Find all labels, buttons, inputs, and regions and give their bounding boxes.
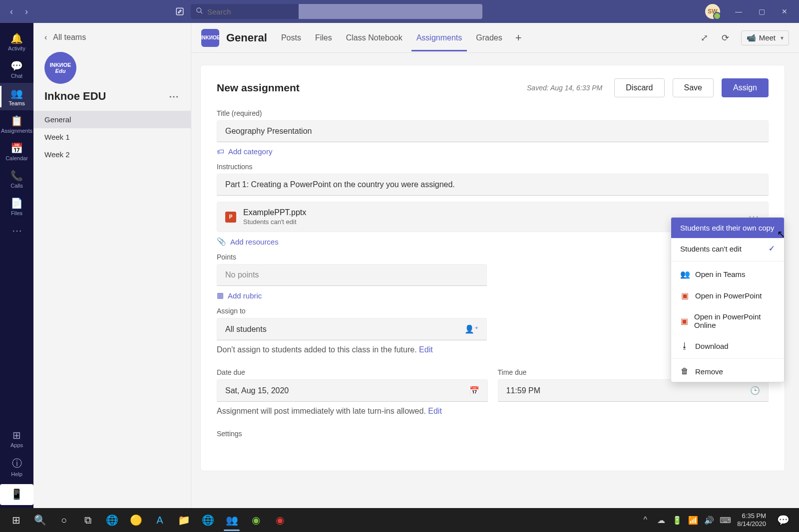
menu-separator [671, 358, 784, 359]
all-teams-back[interactable]: ‹ All teams [33, 23, 191, 45]
meet-button[interactable]: 📹 Meet ▾ [741, 30, 789, 45]
menu-open-in-powerpoint[interactable]: ▣Open in PowerPoint [671, 285, 784, 306]
tab-files[interactable]: Files [310, 24, 337, 51]
download-icon: ⭳ [680, 341, 689, 350]
tray-ime-icon[interactable]: ⌨ [718, 508, 732, 532]
save-button[interactable]: Save [673, 78, 714, 97]
instructions-input[interactable]: Part 1: Creating a PowerPoint on the cou… [217, 174, 769, 196]
tab-posts[interactable]: Posts [276, 24, 306, 51]
taskbar-recorder[interactable]: ◉ [268, 508, 292, 532]
assign-button[interactable]: Assign [722, 78, 769, 97]
rail-label: Apps [10, 442, 23, 448]
rail-assignments[interactable]: 📋Assignments [0, 110, 33, 138]
team-logo[interactable]: INKИOE Edu [44, 52, 76, 84]
channel-week2[interactable]: Week 2 [33, 146, 191, 163]
discard-button[interactable]: Discard [614, 78, 664, 97]
bell-icon: 🔔 [0, 32, 33, 44]
tab-assignments[interactable]: Assignments [411, 24, 467, 51]
tab-class-notebook[interactable]: Class Notebook [341, 24, 407, 51]
cortana-button[interactable]: ○ [52, 508, 76, 532]
menu-separator [671, 261, 784, 262]
minimize-button[interactable]: — [727, 0, 750, 23]
powerpoint-icon: ▣ [680, 291, 689, 300]
tab-grades[interactable]: Grades [471, 24, 507, 51]
taskbar-edge2[interactable]: 🌐 [196, 508, 220, 532]
post-helper: Assignment will post immediately with la… [217, 407, 769, 416]
trash-icon: 🗑 [680, 367, 689, 376]
taskbar-teams[interactable]: 👥 [220, 508, 244, 532]
edit-link[interactable]: Edit [419, 345, 433, 354]
grid-icon: ▦ [217, 291, 224, 300]
menu-remove[interactable]: 🗑Remove [671, 361, 784, 382]
maximize-button[interactable]: ▢ [750, 0, 773, 23]
rail-help[interactable]: ⓘHelp [0, 452, 33, 481]
add-tab-button[interactable]: + [511, 31, 526, 44]
assign-to-select[interactable]: All students 👤⁺ [217, 318, 487, 340]
tray-volume-icon[interactable]: 🔊 [702, 508, 716, 532]
powerpoint-online-icon: ▣ [680, 316, 688, 326]
rail-more[interactable]: ⋯ [0, 220, 33, 242]
clock-icon[interactable]: 🕒 [750, 386, 760, 395]
taskbar-chrome[interactable]: 🟡 [124, 508, 148, 532]
rail-files[interactable]: 📄Files [0, 193, 33, 220]
expand-icon[interactable]: ⤢ [696, 29, 713, 46]
taskbar-edge[interactable]: 🌐 [100, 508, 124, 532]
menu-open-in-teams[interactable]: 👥Open in Teams [671, 264, 784, 285]
tray-chevron-up-icon[interactable]: ^ [638, 508, 652, 532]
rail-label: Chat [11, 73, 22, 79]
menu-students-edit-copy[interactable]: Students edit their own copy [671, 218, 784, 238]
team-more-button[interactable]: ⋯ [169, 90, 180, 102]
channel-list: General Week 1 Week 2 [33, 111, 191, 163]
channel-general[interactable]: General [33, 111, 191, 128]
team-name: Inknoe EDU [44, 90, 106, 103]
edit-link[interactable]: Edit [428, 407, 442, 415]
checkmark-icon: ✓ [769, 244, 775, 253]
taskbar-explorer[interactable]: 📁 [172, 508, 196, 532]
time-due-input[interactable]: 11:59 PM 🕒 [498, 379, 769, 402]
menu-open-in-powerpoint-online[interactable]: ▣Open in PowerPoint Online [671, 306, 784, 335]
rail-teams[interactable]: 👥Teams [0, 83, 33, 110]
ellipsis-icon: ⋯ [0, 225, 33, 237]
taskbar-search[interactable]: 🔍 [28, 508, 52, 532]
nav-forward-button[interactable]: › [20, 5, 33, 18]
nav-back-button[interactable]: ‹ [5, 5, 18, 18]
search-bar[interactable] [191, 4, 482, 19]
add-user-icon[interactable]: 👤⁺ [464, 324, 478, 334]
channel-name: General [226, 31, 267, 44]
rail-activity[interactable]: 🔔Activity [0, 28, 33, 55]
main-area: INKИOE General Posts Files Class Noteboo… [191, 23, 799, 508]
calendar-icon[interactable]: 📅 [469, 386, 479, 395]
tray-onedrive-icon[interactable]: ☁ [654, 508, 668, 532]
search-input[interactable] [207, 7, 307, 16]
attachment-filename[interactable]: ExamplePPT.pptx [243, 208, 306, 217]
rail-mobile[interactable]: 📱 [0, 484, 33, 505]
tray-battery-icon[interactable]: 🔋 [670, 508, 684, 532]
taskbar-app-a[interactable]: A [148, 508, 172, 532]
points-input[interactable]: No points [217, 264, 487, 286]
system-tray: ^ ☁ 🔋 📶 🔊 ⌨ [638, 508, 732, 532]
start-button[interactable]: ⊞ [4, 508, 28, 532]
rail-calendar[interactable]: 📅Calendar [0, 138, 33, 165]
add-category-link[interactable]: 🏷 Add category [217, 147, 769, 156]
menu-students-cant-edit[interactable]: Students can't edit ✓ [671, 238, 784, 259]
channel-week1[interactable]: Week 1 [33, 128, 191, 146]
rail-calls[interactable]: 📞Calls [0, 165, 33, 193]
rail-apps[interactable]: ⊞Apps [0, 425, 33, 452]
refresh-icon[interactable]: ⟳ [717, 29, 734, 46]
task-view-button[interactable]: ⧉ [76, 508, 100, 532]
notifications-button[interactable]: 💬 [771, 508, 795, 532]
teams-icon: 👥 [680, 269, 689, 279]
compose-icon[interactable] [173, 4, 187, 18]
chevron-left-icon: ‹ [44, 33, 47, 42]
tag-icon: 🏷 [217, 147, 224, 156]
tray-wifi-icon[interactable]: 📶 [686, 508, 700, 532]
date-due-input[interactable]: Sat, Aug 15, 2020 📅 [217, 379, 488, 402]
menu-download[interactable]: ⭳Download [671, 335, 784, 356]
taskbar-camtasia[interactable]: ◉ [244, 508, 268, 532]
title-input[interactable]: Geography Presentation [217, 120, 769, 142]
rail-chat[interactable]: 💬Chat [0, 55, 33, 83]
user-avatar[interactable]: SW [705, 4, 720, 19]
assignments-icon: 📋 [0, 115, 33, 127]
close-window-button[interactable]: ✕ [773, 0, 796, 23]
taskbar-clock[interactable]: 6:35 PM 8/14/2020 [732, 512, 771, 529]
